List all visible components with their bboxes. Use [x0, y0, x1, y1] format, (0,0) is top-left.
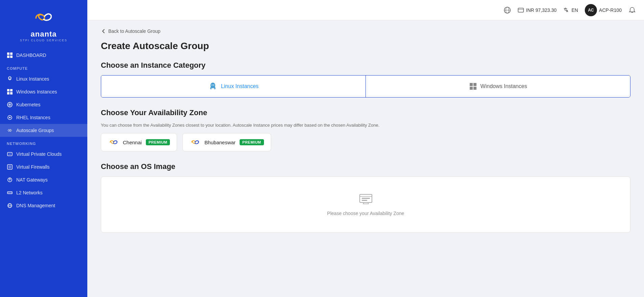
- compute-section-label: COMPUTE: [0, 62, 87, 72]
- svg-rect-29: [473, 83, 476, 86]
- svg-rect-1: [10, 52, 13, 55]
- sidebar-item-firewalls[interactable]: Virtual Firewalls: [0, 161, 87, 173]
- page-title: Create Autoscale Group: [101, 41, 630, 51]
- back-arrow-icon: [101, 28, 106, 34]
- svg-point-17: [8, 192, 9, 193]
- sidebar-item-linux-instances[interactable]: Linux Instances: [0, 72, 87, 85]
- svg-point-5: [9, 78, 9, 78]
- svg-point-18: [9, 192, 10, 193]
- svg-rect-24: [518, 8, 524, 12]
- ananta-logo-svg: [27, 8, 61, 28]
- sidebar-item-dashboard[interactable]: DASHBOARD: [0, 49, 87, 62]
- dashboard-icon: [7, 52, 13, 58]
- ananta-small-icon-bhubaneswar: [190, 139, 200, 146]
- nat-gateways-label: NAT Gateways: [16, 177, 48, 183]
- az-card-bhubaneswar[interactable]: Bhubaneswar PREMIUM: [182, 133, 271, 151]
- ananta-small-icon-chennai: [108, 139, 119, 146]
- bell-icon: [628, 6, 636, 14]
- sidebar-item-dns[interactable]: DNS Management: [0, 199, 87, 212]
- windows-icon: [7, 89, 13, 95]
- dashboard-label: DASHBOARD: [16, 52, 46, 58]
- avatar: AC: [585, 4, 597, 16]
- az-title: Choose Your Availability Zone: [101, 108, 630, 117]
- svg-rect-9: [7, 92, 9, 94]
- tab-linux-label: Linux Instances: [221, 83, 259, 89]
- balance-amount: INR 97,323.30: [526, 7, 556, 13]
- tab-linux-instances[interactable]: Linux Instances: [101, 76, 366, 97]
- instance-category-tabs: Linux Instances Windows Instances: [101, 75, 630, 98]
- globe-button[interactable]: [504, 6, 511, 14]
- os-image-title: Choose an OS Image: [101, 162, 630, 171]
- back-link[interactable]: Back to Autoscale Group: [101, 28, 630, 34]
- notifications-button[interactable]: [628, 6, 636, 14]
- svg-rect-30: [470, 87, 473, 90]
- svg-rect-7: [7, 89, 9, 91]
- linux-icon: [7, 76, 13, 82]
- rhel-icon: [7, 114, 13, 121]
- language-selector[interactable]: EN: [563, 7, 578, 13]
- language-label: EN: [572, 7, 578, 13]
- svg-rect-28: [470, 83, 473, 86]
- back-link-label: Back to Autoscale Group: [108, 28, 160, 34]
- svg-rect-0: [7, 52, 9, 55]
- sidebar-item-nat-gateways[interactable]: NAT Gateways: [0, 173, 87, 186]
- sidebar: ananta STPI CLOUD SERVICES DASHBOARD COM…: [0, 0, 87, 297]
- globe-icon: [504, 6, 511, 14]
- logo-text: ananta: [31, 30, 57, 39]
- svg-point-26: [212, 85, 213, 86]
- firewall-icon: [7, 164, 13, 170]
- tab-windows-label: Windows Instances: [481, 83, 527, 89]
- svg-rect-33: [362, 198, 370, 199]
- svg-rect-31: [473, 87, 476, 90]
- vpc-icon: [7, 151, 13, 157]
- windows-instances-label: Windows Instances: [16, 89, 57, 94]
- sidebar-item-kubernetes[interactable]: Kubernetes: [0, 98, 87, 111]
- sidebar-item-windows-instances[interactable]: Windows Instances: [0, 85, 87, 98]
- az-cards-container: Chennai PREMIUM Bhubaneswar PREMIUM: [101, 133, 630, 151]
- os-image-section: Please choose your Availability Zone: [101, 176, 630, 233]
- instance-category-title: Choose an Instance Category: [101, 61, 630, 70]
- rhel-instances-label: RHEL Instances: [16, 115, 50, 120]
- sidebar-item-rhel-instances[interactable]: RHEL Instances: [0, 111, 87, 124]
- az-card-chennai[interactable]: Chennai PREMIUM: [101, 133, 177, 151]
- os-image-empty-icon: [359, 193, 373, 207]
- nat-icon: [7, 177, 13, 183]
- header: INR 97,323.30 EN AC ACP-R100: [87, 0, 644, 20]
- kubernetes-label: Kubernetes: [16, 102, 41, 107]
- sidebar-item-autoscale-groups[interactable]: Autoscale Groups: [0, 124, 87, 137]
- tab-windows-instances[interactable]: Windows Instances: [366, 76, 630, 97]
- balance-display[interactable]: INR 97,323.30: [518, 7, 556, 13]
- svg-rect-8: [10, 89, 13, 91]
- dns-label: DNS Management: [16, 203, 55, 208]
- svg-rect-2: [7, 56, 9, 58]
- linux-tab-icon: [208, 82, 218, 91]
- az-description: You can choose from the Availability Zon…: [101, 123, 630, 128]
- l2-icon: [7, 190, 13, 196]
- az-bhubaneswar-badge: PREMIUM: [240, 139, 264, 145]
- sidebar-item-l2-networks[interactable]: L2 Networks: [0, 186, 87, 199]
- user-profile[interactable]: AC ACP-R100: [585, 4, 622, 16]
- networking-section-label: NETWORKING: [0, 137, 87, 148]
- svg-rect-3: [10, 56, 13, 58]
- svg-rect-10: [10, 92, 13, 94]
- username-label: ACP-R100: [599, 7, 622, 13]
- vpc-label: Virtual Private Clouds: [16, 151, 62, 157]
- az-bhubaneswar-name: Bhubaneswar: [204, 140, 236, 145]
- firewalls-label: Virtual Firewalls: [16, 164, 50, 170]
- autoscale-icon: [7, 127, 13, 133]
- balance-icon: [518, 7, 524, 13]
- az-chennai-badge: PREMIUM: [146, 139, 170, 145]
- dns-icon: [7, 203, 13, 209]
- sidebar-item-vpc[interactable]: Virtual Private Clouds: [0, 148, 87, 161]
- logo-sub: STPI CLOUD SERVICES: [20, 39, 67, 42]
- linux-instances-label: Linux Instances: [16, 76, 49, 82]
- os-image-placeholder-text: Please choose your Availability Zone: [327, 211, 404, 216]
- translate-icon: [563, 7, 570, 13]
- svg-rect-34: [362, 200, 367, 201]
- svg-point-27: [213, 85, 214, 86]
- kubernetes-icon: [7, 102, 13, 108]
- svg-point-19: [11, 192, 12, 193]
- sidebar-logo: ananta STPI CLOUD SERVICES: [0, 0, 87, 49]
- content-area: Back to Autoscale Group Create Autoscale…: [87, 20, 644, 297]
- svg-point-6: [10, 78, 11, 78]
